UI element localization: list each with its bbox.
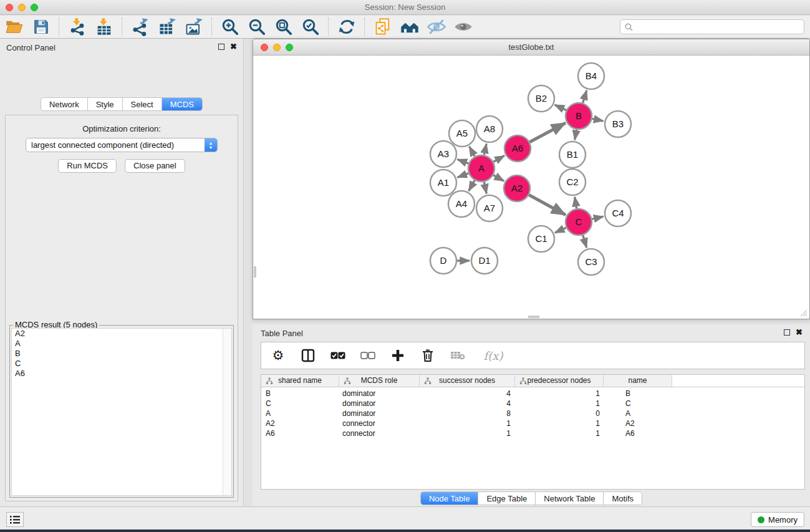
table-row[interactable]: Bdominator41B (261, 389, 804, 399)
table-cell[interactable]: A2 (604, 418, 672, 428)
new-network-from-selection-icon[interactable] (371, 17, 394, 37)
close-panel-icon[interactable]: ✖ (230, 42, 237, 51)
table-cell[interactable]: connector (339, 428, 420, 438)
table-cell[interactable]: 1 (515, 389, 604, 399)
tab-select[interactable]: Select (123, 98, 162, 110)
tab-node-table[interactable]: Node Table (421, 492, 479, 505)
export-network-icon[interactable] (128, 17, 152, 37)
table-cell[interactable]: A2 (261, 418, 339, 428)
graph-node-label: B (576, 110, 582, 121)
table-cell[interactable]: 1 (420, 428, 515, 438)
table-cell[interactable]: B (604, 389, 672, 399)
tab-edge-table[interactable]: Edge Table (478, 492, 536, 505)
table-cell[interactable]: dominator (339, 409, 420, 418)
column-header-shared-name[interactable]: shared name (261, 375, 339, 387)
network-window-titlebar: testGlobe.txt (253, 39, 809, 56)
graph-node-label: A2 (511, 183, 523, 193)
mcds-result-list: A2ABCA6 (11, 328, 232, 496)
mcds-result-item[interactable]: A2 (12, 329, 231, 339)
function-builder-icon: f(x) (480, 347, 507, 364)
tab-network[interactable]: Network (41, 98, 88, 110)
tab-motifs[interactable]: Motifs (604, 492, 642, 505)
deselect-all-columns-icon[interactable] (360, 347, 376, 364)
import-table-icon[interactable] (92, 17, 115, 37)
search-icon (625, 23, 633, 31)
table-cell[interactable]: A (261, 409, 339, 418)
shared-column-icon (424, 377, 432, 385)
table-cell[interactable]: 1 (420, 418, 515, 428)
table-cell[interactable]: A6 (604, 428, 672, 438)
result-scrollbar[interactable] (223, 329, 231, 495)
task-history-button[interactable] (6, 512, 24, 527)
table-settings-icon[interactable]: ⚙ (270, 347, 286, 364)
column-header-predecessor-nodes[interactable]: predecessor nodes (515, 375, 604, 387)
table-row[interactable]: Adominator80A (261, 409, 804, 418)
table-cell[interactable]: C (604, 399, 672, 409)
close-panel-button[interactable]: Close panel (125, 159, 185, 173)
column-header-successor-nodes[interactable]: successor nodes (420, 375, 515, 387)
refresh-view-icon[interactable] (335, 17, 358, 37)
save-session-icon[interactable] (29, 17, 52, 37)
vertical-scroll-indicator[interactable] (254, 266, 256, 278)
tab-network-table[interactable]: Network Table (536, 492, 604, 505)
select-all-columns-icon[interactable] (330, 347, 346, 364)
node-table-body: Bdominator41BCdominator41CAdominator80AA… (261, 387, 804, 438)
zoom-fit-icon[interactable] (272, 17, 295, 37)
float-table-panel-icon[interactable] (784, 329, 790, 336)
table-cell[interactable]: A (604, 409, 672, 418)
table-cell[interactable]: C (261, 399, 339, 409)
mcds-result-item[interactable]: A (12, 339, 231, 349)
resize-grip[interactable] (799, 308, 808, 317)
table-row[interactable]: Cdominator41C (261, 399, 804, 409)
table-cell[interactable]: dominator (339, 399, 420, 409)
shared-column-icon (519, 377, 527, 385)
run-mcds-button[interactable]: Run MCDS (58, 159, 117, 173)
export-table-icon[interactable] (155, 17, 178, 37)
graph-edge-A2-C (529, 195, 566, 215)
search-input[interactable] (636, 22, 804, 32)
table-cell[interactable]: 4 (420, 399, 515, 409)
open-session-icon[interactable] (2, 17, 26, 37)
add-column-icon[interactable] (390, 347, 406, 364)
first-neighbors-icon[interactable] (398, 17, 421, 37)
network-canvas[interactable]: B4B2BB3A8A5A6A3B1AA1C2A2A4A7C4CC1DD1C3 (254, 56, 809, 318)
zoom-out-icon[interactable] (245, 17, 268, 37)
table-cell[interactable]: connector (339, 418, 420, 428)
table-cell[interactable]: 1 (515, 418, 604, 428)
import-network-icon[interactable] (65, 17, 89, 37)
table-row[interactable]: A6connector11A6 (261, 428, 804, 438)
mcds-result-item[interactable]: C (12, 359, 231, 369)
tab-mcds[interactable]: MCDS (162, 98, 202, 110)
column-header-name[interactable]: name (604, 375, 672, 387)
search-field[interactable] (620, 19, 804, 34)
zoom-in-icon[interactable] (218, 17, 241, 37)
float-panel-icon[interactable] (218, 44, 224, 50)
show-columns-icon[interactable] (300, 347, 316, 364)
mcds-result-item[interactable]: A6 (12, 369, 231, 379)
graph-node-label: A5 (456, 128, 468, 138)
delete-column-icon[interactable] (420, 347, 436, 364)
list-icon (9, 515, 21, 525)
table-panel: Table Panel ✖ ⚙ (253, 324, 810, 506)
close-table-panel-icon[interactable]: ✖ (796, 327, 803, 337)
table-cell[interactable]: 0 (515, 409, 604, 418)
table-cell[interactable]: 1 (515, 428, 604, 438)
export-image-icon[interactable] (182, 17, 205, 37)
table-cell[interactable]: 8 (420, 409, 515, 418)
table-row[interactable]: A2connector11A2 (261, 418, 804, 428)
horizontal-scroll-indicator[interactable] (528, 316, 539, 318)
hide-selected-icon[interactable] (425, 17, 448, 37)
show-all-icon[interactable] (451, 17, 475, 37)
zoom-selected-icon[interactable] (299, 17, 322, 37)
column-header-mcds-role[interactable]: MCDS role (339, 375, 420, 387)
table-cell[interactable]: dominator (339, 389, 420, 399)
table-cell[interactable]: A6 (261, 428, 339, 438)
table-cell[interactable]: 4 (420, 389, 515, 399)
mcds-result-item[interactable]: B (12, 349, 231, 359)
criterion-dropdown[interactable]: largest connected component (directed) ▲… (26, 138, 218, 152)
table-cell[interactable]: B (261, 389, 339, 399)
tab-style[interactable]: Style (88, 98, 123, 110)
table-cell[interactable]: 1 (515, 399, 604, 409)
shared-column-icon (344, 377, 351, 385)
memory-button[interactable]: Memory (751, 512, 804, 527)
